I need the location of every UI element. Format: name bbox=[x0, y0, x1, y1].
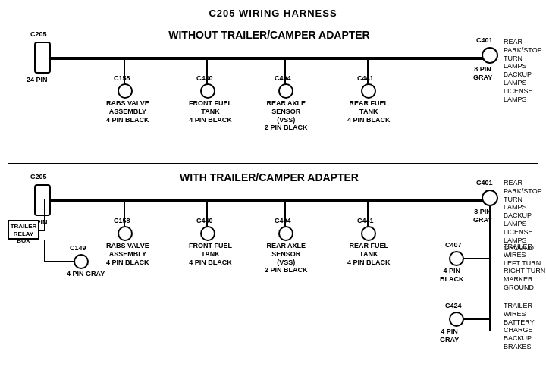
c424-sublabel: 4 PINGRAY bbox=[440, 328, 459, 344]
c441-2-connector bbox=[361, 226, 376, 241]
c407-sublabel: 4 PINBLACK bbox=[440, 267, 464, 284]
c404-2-connector bbox=[278, 226, 293, 241]
c205-2-label: C205 bbox=[30, 173, 47, 181]
section2-label: WITH TRAILER/CAMPER ADAPTER bbox=[118, 171, 421, 183]
c149-drop bbox=[44, 240, 46, 261]
c401-2-label: C401 bbox=[476, 179, 493, 187]
c401-2-connector bbox=[482, 190, 498, 206]
trailer-relay-box: TRAILERRELAYBOX bbox=[8, 220, 39, 240]
c149-connector bbox=[74, 254, 89, 269]
c407-label: C407 bbox=[445, 241, 462, 249]
section2-main-line bbox=[44, 199, 491, 202]
c407-horiz bbox=[462, 258, 490, 259]
diagram-container: C205 WIRING HARNESS WITHOUT TRAILER/CAMP… bbox=[0, 0, 546, 387]
c441-1-connector bbox=[361, 83, 376, 99]
c401-1-right-label: REAR PARK/STOPTURN LAMPSBACKUP LAMPSLICE… bbox=[504, 38, 546, 103]
c158-1-connector bbox=[118, 83, 133, 99]
c401-2-right-label: REAR PARK/STOPTURN LAMPSBACKUP LAMPSLICE… bbox=[504, 179, 546, 252]
c149-label: C149 bbox=[70, 244, 86, 252]
c149-horiz bbox=[44, 261, 74, 262]
c158-2-connector bbox=[118, 226, 133, 241]
c404-1-sublabel: REAR AXLESENSOR(VSS)2 PIN BLACK bbox=[265, 99, 308, 132]
c440-1-connector bbox=[200, 83, 215, 99]
c424-horiz bbox=[462, 318, 490, 320]
c441-1-sublabel: REAR FUELTANK4 PIN BLACK bbox=[347, 99, 391, 124]
page-title: C205 WIRING HARNESS bbox=[0, 3, 546, 19]
c424-label: C424 bbox=[445, 302, 462, 310]
c441-2-sublabel: REAR FUELTANK4 PIN BLACK bbox=[347, 242, 391, 266]
c158-1-sublabel: RABS VALVEASSEMBLY4 PIN BLACK bbox=[106, 99, 149, 124]
c440-1-label: C440 bbox=[196, 74, 213, 83]
c205-1-sublabel: 24 PIN bbox=[27, 76, 48, 84]
c158-2-sublabel: RABS VALVEASSEMBLY4 PIN BLACK bbox=[106, 242, 149, 266]
c158-1-label: C158 bbox=[114, 74, 130, 83]
c441-2-label: C441 bbox=[357, 217, 374, 225]
c441-1-label: C441 bbox=[357, 74, 374, 83]
c401-vert-down bbox=[489, 206, 491, 331]
trailer-relay-drop bbox=[44, 199, 46, 230]
c424-connector bbox=[449, 312, 464, 327]
c404-2-label: C404 bbox=[275, 217, 291, 225]
c404-1-connector bbox=[278, 83, 293, 99]
c424-right-label: TRAILER WIRESBATTERY CHARGEBACKUPBRAKES bbox=[504, 302, 546, 351]
c440-2-sublabel: FRONT FUELTANK4 PIN BLACK bbox=[189, 242, 232, 266]
c407-connector bbox=[449, 251, 464, 266]
c401-1-sublabel: 8 PINGRAY bbox=[473, 65, 492, 82]
c407-right-label: TRAILER WIRESLEFT TURNRIGHT TURNMARKERGR… bbox=[504, 243, 546, 292]
c404-2-sublabel: REAR AXLESENSOR(VSS)2 PIN BLACK bbox=[265, 242, 308, 274]
c205-2-connector bbox=[34, 184, 51, 216]
c158-2-label: C158 bbox=[114, 217, 130, 225]
c401-1-connector bbox=[482, 47, 498, 64]
c401-1-label: C401 bbox=[476, 36, 493, 45]
c205-1-label: C205 bbox=[30, 30, 47, 39]
section-divider bbox=[8, 163, 538, 164]
c149-sublabel: 4 PIN GRAY bbox=[67, 270, 105, 278]
c205-1-connector bbox=[34, 42, 51, 74]
section1-label: WITHOUT TRAILER/CAMPER ADAPTER bbox=[118, 29, 421, 41]
section1-main-line bbox=[44, 57, 491, 60]
c440-2-label: C440 bbox=[196, 217, 213, 225]
c440-2-connector bbox=[200, 226, 215, 241]
c404-1-label: C404 bbox=[275, 74, 291, 83]
c440-1-sublabel: FRONT FUELTANK4 PIN BLACK bbox=[189, 99, 232, 124]
